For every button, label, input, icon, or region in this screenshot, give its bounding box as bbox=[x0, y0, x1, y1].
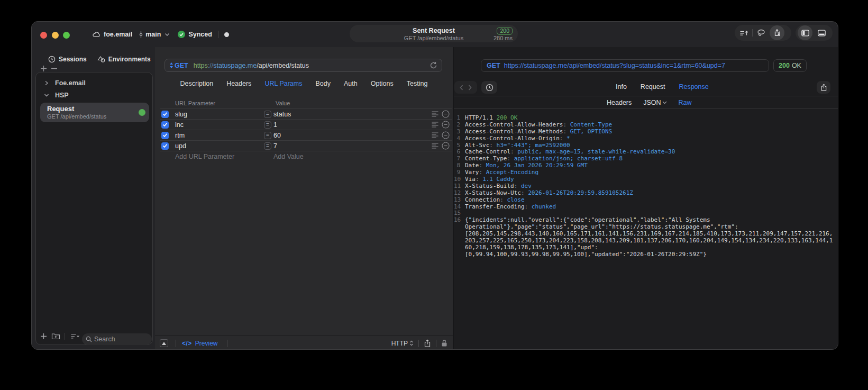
param-row[interactable]: slug = status bbox=[160, 108, 452, 119]
minimize-button[interactable] bbox=[52, 32, 59, 39]
back-icon bbox=[460, 85, 463, 90]
param-name[interactable]: inc bbox=[175, 121, 264, 129]
tree-item-foe-email[interactable]: Foe.email bbox=[44, 79, 86, 87]
status-code-badge: 200 bbox=[497, 27, 513, 35]
align-lines-icon[interactable] bbox=[432, 143, 438, 149]
share-icon[interactable] bbox=[424, 339, 431, 348]
export-button[interactable] bbox=[817, 81, 830, 94]
divider bbox=[65, 333, 65, 340]
request-tab-body[interactable]: Body bbox=[315, 80, 331, 87]
divider bbox=[227, 340, 227, 347]
url-sep: :// bbox=[208, 62, 213, 69]
shapes-icon bbox=[97, 56, 105, 63]
param-name[interactable]: rtm bbox=[175, 132, 264, 139]
request-tab-testing[interactable]: Testing bbox=[407, 80, 428, 87]
request-item-title: Request bbox=[47, 105, 74, 113]
param-value[interactable]: status bbox=[273, 111, 291, 118]
add-session-button[interactable] bbox=[40, 65, 47, 72]
sent-url-box[interactable]: GET https://statuspage.me/api/embed/stat… bbox=[481, 59, 769, 72]
request-url-bar[interactable]: GET https://statuspage.me/api/embed/stat… bbox=[165, 59, 442, 72]
request-status-pill[interactable]: Sent Request 200 GET /api/embed/status 2… bbox=[350, 25, 518, 42]
response-tab-response[interactable]: Response bbox=[679, 83, 708, 90]
status-dot bbox=[139, 109, 145, 116]
project-name[interactable]: foe.email bbox=[104, 31, 132, 38]
request-tab-options[interactable]: Options bbox=[371, 80, 394, 87]
response-tabs: InfoRequestResponse bbox=[616, 83, 709, 90]
close-button[interactable] bbox=[40, 32, 47, 39]
tab-sessions-label: Sessions bbox=[59, 56, 87, 63]
history-clock-button[interactable] bbox=[481, 81, 497, 94]
request-tab-url-params[interactable]: URL Params bbox=[264, 80, 302, 87]
expand-panel-button[interactable] bbox=[160, 339, 168, 347]
tab-sessions[interactable]: Sessions bbox=[48, 56, 87, 63]
method-label[interactable]: GET bbox=[175, 62, 188, 69]
add-value[interactable]: Add Value bbox=[273, 153, 304, 160]
send-receive-button[interactable] bbox=[770, 25, 784, 40]
param-checkbox[interactable] bbox=[161, 111, 169, 118]
response-line: 14Transfer-Encoding: chunked bbox=[454, 204, 838, 211]
response-subtab-json[interactable]: JSON bbox=[643, 99, 666, 106]
refresh-icon[interactable] bbox=[430, 61, 437, 69]
request-tab-description[interactable]: Description bbox=[180, 80, 214, 87]
remove-param-icon[interactable] bbox=[442, 131, 450, 139]
request-tab-headers[interactable]: Headers bbox=[226, 80, 251, 87]
lock-icon bbox=[441, 339, 447, 347]
app-window: foe.email main Synced Sent Request 200 G… bbox=[31, 21, 838, 350]
param-name[interactable]: upd bbox=[175, 142, 264, 150]
response-url: https://statuspage.me/api/embed/status?s… bbox=[504, 62, 725, 69]
response-body[interactable]: 1HTTP/1.1 200 OK2Access-Control-Allow-He… bbox=[454, 115, 838, 258]
protocol-updown-icon bbox=[409, 340, 414, 346]
lasso-icon[interactable] bbox=[756, 29, 766, 37]
sort-options-button[interactable] bbox=[69, 333, 80, 340]
toggle-left-panel-button[interactable] bbox=[798, 25, 812, 40]
request-tab-auth[interactable]: Auth bbox=[344, 80, 358, 87]
sort-lines-icon[interactable] bbox=[739, 29, 748, 37]
align-lines-icon[interactable] bbox=[432, 111, 438, 117]
response-tab-request[interactable]: Request bbox=[641, 83, 665, 90]
param-value[interactable]: 1 bbox=[273, 121, 277, 129]
param-row[interactable]: rtm = 60 bbox=[160, 130, 452, 140]
zoom-button[interactable] bbox=[63, 32, 70, 39]
response-method: GET bbox=[487, 62, 500, 69]
remove-param-icon[interactable] bbox=[442, 110, 450, 118]
chevron-down-icon[interactable] bbox=[165, 33, 170, 37]
add-url-parameter[interactable]: Add URL Parameter bbox=[175, 153, 273, 160]
align-lines-icon[interactable] bbox=[432, 132, 438, 138]
preview-button[interactable]: Preview bbox=[195, 340, 218, 347]
response-subtab-headers[interactable]: Headers bbox=[607, 99, 632, 106]
add-request-button[interactable] bbox=[40, 333, 47, 340]
history-nav[interactable] bbox=[454, 81, 477, 94]
status-box: 200 OK bbox=[773, 59, 807, 72]
branch-name[interactable]: main bbox=[145, 31, 161, 38]
align-lines-icon[interactable] bbox=[432, 122, 438, 128]
forward-icon bbox=[468, 85, 472, 90]
response-panel: GET https://statuspage.me/api/embed/stat… bbox=[453, 47, 838, 350]
request-list-item[interactable]: Request GET /api/embed/status bbox=[40, 103, 149, 122]
new-folder-button[interactable] bbox=[51, 332, 60, 340]
tab-environments-label: Environments bbox=[108, 56, 151, 63]
tab-environments[interactable]: Environments bbox=[97, 56, 151, 63]
param-row[interactable]: inc = 1 bbox=[160, 119, 452, 130]
remove-param-icon[interactable] bbox=[442, 121, 450, 129]
param-checkbox[interactable] bbox=[161, 132, 169, 139]
response-tab-info[interactable]: Info bbox=[616, 83, 627, 90]
param-checkbox[interactable] bbox=[161, 142, 169, 150]
clock-icon bbox=[486, 84, 494, 92]
search-placeholder: Search bbox=[94, 335, 115, 343]
remove-session-button[interactable] bbox=[51, 65, 58, 72]
param-row[interactable]: upd = 7 bbox=[160, 140, 452, 151]
param-name[interactable]: slug bbox=[175, 111, 264, 118]
toggle-bottom-panel-button[interactable] bbox=[814, 25, 829, 40]
param-value[interactable]: 7 bbox=[273, 142, 277, 150]
tree-item-hsp[interactable]: HSP bbox=[44, 92, 69, 99]
code-icon[interactable]: </> bbox=[182, 340, 192, 347]
remove-param-icon[interactable] bbox=[442, 142, 450, 150]
url-path: /api/embed/status bbox=[257, 62, 309, 69]
param-checkbox[interactable] bbox=[161, 121, 169, 129]
param-value[interactable]: 60 bbox=[273, 132, 281, 139]
protocol-selector[interactable]: HTTP bbox=[391, 340, 408, 347]
response-subtab-raw[interactable]: Raw bbox=[679, 99, 692, 106]
search-icon bbox=[86, 336, 92, 342]
branch-icon bbox=[139, 31, 143, 39]
search-input[interactable]: Search bbox=[82, 333, 152, 345]
